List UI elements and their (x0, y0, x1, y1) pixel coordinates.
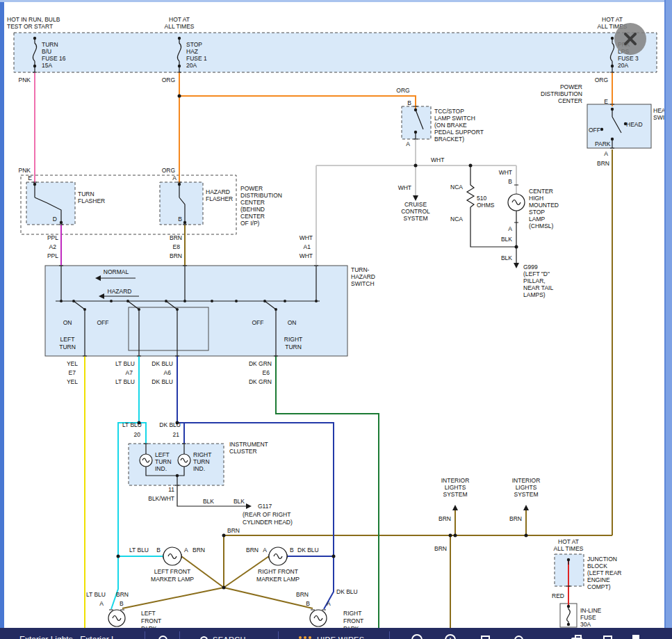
rotate-button[interactable] (514, 628, 523, 639)
diagram-label: INSTRUMENT (229, 441, 268, 448)
g117-arrow-icon (246, 503, 252, 509)
diagram-label: TURN- (351, 266, 370, 273)
diagram-label: PEDAL SUPPORT (434, 129, 484, 136)
diagram-label: E6 (263, 369, 270, 376)
diagram-label: INTERIOR (512, 477, 541, 484)
bookmark-button[interactable] (632, 628, 639, 639)
diagram-label: LT BLU (122, 421, 142, 428)
diagram-label: A7 (126, 369, 133, 376)
diagram-label: OHMS (477, 202, 495, 209)
diagram-title: Exterior Lights - Exterior L... (19, 628, 123, 639)
diagram-label: BLOCK (587, 563, 607, 569)
diagram-label: (BEHIND (240, 206, 265, 213)
save-button[interactable] (603, 628, 612, 639)
search-button[interactable]: SEARCH (200, 628, 246, 639)
diagram-label: ORG (162, 76, 175, 83)
history-icon (158, 636, 167, 639)
diagram-label: LT BLU (115, 378, 135, 385)
diagram-label: HEAD (626, 121, 643, 128)
diagram-label: JUNCTION (587, 556, 617, 563)
diagram-label: ORG (396, 87, 409, 94)
diagram-label: DK BLU (159, 421, 181, 428)
hide-wires-icon (299, 636, 312, 639)
diagram-label: TURN (78, 191, 95, 197)
diagram-label: POWER (560, 83, 582, 90)
diagram-label: RIGHT (343, 610, 361, 617)
interior-lights-arrow-icon (452, 505, 458, 510)
diagram-label: (CHMSL) (529, 223, 554, 229)
diagram-label: D (53, 216, 57, 223)
diagram-label: BRN (597, 160, 609, 167)
diagram-label: OFF (97, 319, 109, 326)
close-button[interactable] (614, 23, 646, 55)
fit-to-screen-icon (481, 636, 490, 639)
diagram-label: RIGHT FRONT (258, 568, 298, 575)
diagram-label: HOT AT (169, 16, 190, 23)
diagram-label: FUSE (580, 614, 596, 621)
bottom-toolbar: Exterior Lights - Exterior L... SEARCH H… (0, 628, 672, 639)
diagram-label: B (306, 600, 310, 607)
diagram-label: DK BLU (151, 378, 173, 385)
diagram-label: A (327, 600, 331, 607)
diagram-label: 11 (168, 486, 174, 493)
diagram-label: 510 (477, 195, 486, 202)
diagram-label: COMPT) (587, 583, 611, 590)
diagram-label: DISTRIBUTION (240, 192, 282, 199)
diagram-label: LEFT (155, 451, 170, 458)
diagram-label: BRN (434, 545, 447, 552)
diagram-label: DK BLU (297, 547, 319, 553)
diagram-label: LAMPS) (523, 291, 546, 298)
diagram-label: PPL (47, 252, 58, 259)
diagram-label: HOT AT (602, 16, 623, 23)
diagram-label: TCC/STOP (434, 108, 464, 115)
diagram-label: B (290, 547, 294, 553)
diagram-label: BRN (192, 547, 205, 553)
diagram-label: TURN (59, 343, 76, 350)
diagram-label: LAMP SWITCH (434, 115, 475, 122)
diagram-label: A (172, 175, 177, 181)
diagram-label: LT BLU (115, 360, 135, 367)
diagram-label: ON (63, 319, 72, 326)
diagram-label: A1 (304, 243, 311, 250)
diagram-label: B (120, 600, 124, 607)
diagram-label: FLASHER (78, 197, 105, 204)
diagram-label: (ON BRAKE (434, 122, 467, 129)
diagram-label: A2 (49, 243, 57, 250)
zoom-out-button[interactable]: − (411, 628, 423, 639)
fit-to-screen-button[interactable] (481, 628, 490, 639)
diagram-label: TURN (193, 458, 210, 465)
diagram-label: E7 (69, 369, 76, 376)
window-edge-top (0, 0, 672, 2)
diagram-label: E (604, 98, 608, 105)
diagram-label: TEST OR START (7, 23, 53, 30)
diagram-label: MARKER LAMP (256, 576, 300, 583)
right-scrollbar[interactable] (664, 0, 672, 639)
diagram-label: CRUISE (404, 201, 427, 208)
diagram-label: A (604, 150, 608, 157)
diagram-label: CENTER (558, 97, 582, 104)
diagram-label: B (156, 547, 161, 553)
diagram-label: (LEFT REAR (587, 569, 621, 576)
history-button[interactable] (158, 628, 167, 639)
diagram-label: CLUSTER (229, 448, 257, 455)
diagram-label: DK BLU (336, 588, 358, 595)
diagram-label: LEFT (141, 610, 156, 617)
zoom-in-button[interactable]: + (445, 628, 456, 639)
diagram-label: OF I/P) (240, 220, 260, 227)
fuse-band-box (14, 33, 657, 72)
diagram-label: BRN (116, 591, 129, 598)
diagram-label: POWER (240, 185, 263, 192)
diagram-label: (REAR OF RIGHT (243, 511, 290, 518)
diagram-label: E8 (173, 243, 181, 250)
diagram-label: LIGHTS (445, 484, 466, 491)
diagram-label: NCA (450, 216, 463, 223)
print-button[interactable] (571, 628, 582, 639)
diagram-label: BLK (203, 498, 214, 505)
diagram-label: BLK (501, 236, 512, 243)
hide-wires-button[interactable]: HIDE WIRES (299, 628, 364, 639)
diagram-label: INTERIOR (441, 477, 470, 484)
diagram-label: DK GRN (249, 360, 272, 367)
toolbar-divider (179, 631, 180, 639)
turn-flasher-box (26, 182, 75, 225)
diagram-label: LIGHTS (516, 484, 537, 491)
